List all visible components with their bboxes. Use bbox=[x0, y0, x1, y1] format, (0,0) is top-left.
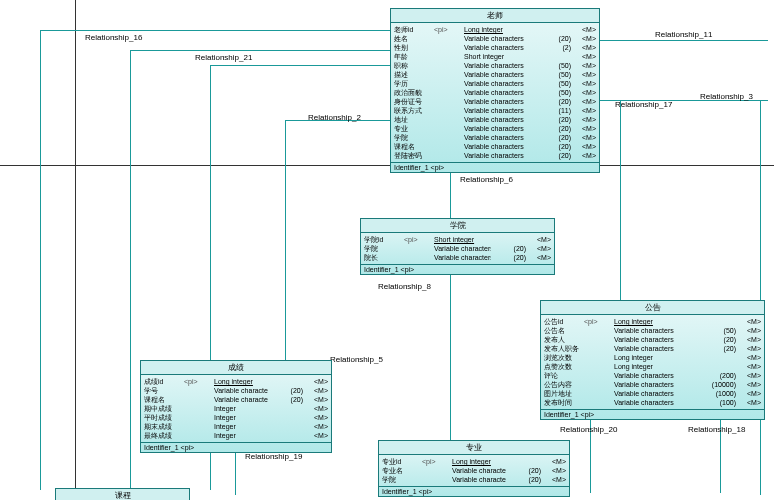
attribute-row: 浏览次数Long integer<M> bbox=[544, 353, 761, 362]
attribute-row: 描述Variable characters(50)<M> bbox=[394, 70, 596, 79]
grid-horizontal bbox=[0, 165, 774, 166]
attribute-row: 课程名Variable characters(20)<M> bbox=[144, 395, 328, 404]
entity-teacher: 老师 老师id<pi>Long integer<M>姓名Variable cha… bbox=[390, 8, 600, 173]
entity-footer: Identifier_1 <pi> bbox=[541, 409, 764, 419]
attribute-row: 公告内容Variable characters(10000)<M> bbox=[544, 380, 761, 389]
attribute-row: 期末成绩Integer<M> bbox=[144, 422, 328, 431]
entity-college: 学院 学院id<pi>Short integer<M>学院Variable ch… bbox=[360, 218, 555, 275]
attribute-row: 年龄Short integer<M> bbox=[394, 52, 596, 61]
attribute-row: 发布人Variable characters(20)<M> bbox=[544, 335, 761, 344]
entity-footer: Identifier_1 <pi> bbox=[379, 486, 569, 496]
attribute-row: 学号Variable characters(20)<M> bbox=[144, 386, 328, 395]
attribute-row: 点赞次数Long integer<M> bbox=[544, 362, 761, 371]
conn-line bbox=[130, 50, 390, 51]
attribute-row: 学院Variable characters(20)<M> bbox=[394, 133, 596, 142]
entity-title: 公告 bbox=[541, 301, 764, 315]
attribute-row: 老师id<pi>Long integer<M> bbox=[394, 25, 596, 34]
rel-label-5: Relationship_5 bbox=[330, 355, 383, 364]
entity-body-major: 专业id<pi>Long integer<M>专业名Variable chara… bbox=[379, 455, 569, 486]
entity-body-teacher: 老师id<pi>Long integer<M>姓名Variable charac… bbox=[391, 23, 599, 162]
attribute-row: 平时成绩Integer<M> bbox=[144, 413, 328, 422]
attribute-row: 姓名Variable characters(20)<M> bbox=[394, 34, 596, 43]
attribute-row: 职称Variable characters(50)<M> bbox=[394, 61, 596, 70]
entity-body-grade: 成绩id<pi>Long integer<M>学号Variable charac… bbox=[141, 375, 331, 442]
rel-label-11: Relationship_11 bbox=[655, 30, 712, 39]
attribute-row: 登陆密码Variable characters(20)<M> bbox=[394, 151, 596, 160]
attribute-row: 学院Variable characters(20)<M> bbox=[364, 244, 551, 253]
entity-title: 专业 bbox=[379, 441, 569, 455]
attribute-row: 学院id<pi>Short integer<M> bbox=[364, 235, 551, 244]
attribute-row: 图片地址Variable characters(1000)<M> bbox=[544, 389, 761, 398]
rel-label-16: Relationship_16 bbox=[85, 33, 142, 42]
rel-label-17: Relationship_17 bbox=[615, 100, 672, 109]
attribute-row: 最终成绩Integer<M> bbox=[144, 431, 328, 440]
entity-title: 课程 bbox=[56, 489, 189, 500]
conn-line bbox=[285, 120, 286, 360]
attribute-row: 成绩id<pi>Long integer<M> bbox=[144, 377, 328, 386]
conn-line bbox=[598, 40, 768, 41]
rel-label-2: Relationship_2 bbox=[308, 113, 361, 122]
rel-label-8: Relationship_8 bbox=[378, 282, 431, 291]
attribute-row: 专业名Variable characters(20)<M> bbox=[382, 466, 566, 475]
entity-body-notice: 公告id<pi>Long integer<M>公告名Variable chara… bbox=[541, 315, 764, 409]
entity-notice: 公告 公告id<pi>Long integer<M>公告名Variable ch… bbox=[540, 300, 765, 420]
rel-label-20: Relationship_20 bbox=[560, 425, 617, 434]
attribute-row: 公告名Variable characters(50)<M> bbox=[544, 326, 761, 335]
entity-body-college: 学院id<pi>Short integer<M>学院Variable chara… bbox=[361, 233, 554, 264]
attribute-row: 发布人职务Variable characters(20)<M> bbox=[544, 344, 761, 353]
conn-line bbox=[40, 30, 41, 490]
conn-line bbox=[450, 263, 451, 443]
attribute-row: 期中成绩Integer<M> bbox=[144, 404, 328, 413]
conn-line bbox=[130, 50, 131, 490]
entity-course: 课程 bbox=[55, 488, 190, 500]
entity-footer: Identifier_1 <pi> bbox=[361, 264, 554, 274]
attribute-row: 专业id<pi>Long integer<M> bbox=[382, 457, 566, 466]
entity-title: 老师 bbox=[391, 9, 599, 23]
rel-label-19: Relationship_19 bbox=[245, 452, 302, 461]
attribute-row: 发布时间Variable characters(100)<M> bbox=[544, 398, 761, 407]
attribute-row: 课程名Variable characters(20)<M> bbox=[394, 142, 596, 151]
rel-label-6: Relationship_6 bbox=[460, 175, 513, 184]
conn-line bbox=[210, 65, 390, 66]
conn-line bbox=[620, 100, 621, 300]
attribute-row: 联系方式Variable characters(11)<M> bbox=[394, 106, 596, 115]
entity-title: 成绩 bbox=[141, 361, 331, 375]
attribute-row: 学历Variable characters(50)<M> bbox=[394, 79, 596, 88]
rel-label-18: Relationship_18 bbox=[688, 425, 745, 434]
attribute-row: 公告id<pi>Long integer<M> bbox=[544, 317, 761, 326]
attribute-row: 政治面貌Variable characters(50)<M> bbox=[394, 88, 596, 97]
entity-footer: Identifier_1 <pi> bbox=[141, 442, 331, 452]
conn-line bbox=[760, 100, 761, 495]
entity-title: 学院 bbox=[361, 219, 554, 233]
attribute-row: 性别Variable characters(2)<M> bbox=[394, 43, 596, 52]
entity-footer: Identifier_1 <pi> bbox=[391, 162, 599, 172]
rel-label-21: Relationship_21 bbox=[195, 53, 252, 62]
conn-line bbox=[40, 30, 390, 31]
attribute-row: 评论Variable characters(200)<M> bbox=[544, 371, 761, 380]
attribute-row: 地址Variable characters(20)<M> bbox=[394, 115, 596, 124]
attribute-row: 专业Variable characters(20)<M> bbox=[394, 124, 596, 133]
attribute-row: 院长Variable characters(20)<M> bbox=[364, 253, 551, 262]
rel-label-3: Relationship_3 bbox=[700, 92, 753, 101]
grid-vertical bbox=[75, 0, 76, 500]
entity-major: 专业 专业id<pi>Long integer<M>专业名Variable ch… bbox=[378, 440, 570, 497]
attribute-row: 学院Variable characters(20)<M> bbox=[382, 475, 566, 484]
attribute-row: 身份证号Variable characters(20)<M> bbox=[394, 97, 596, 106]
entity-grade: 成绩 成绩id<pi>Long integer<M>学号Variable cha… bbox=[140, 360, 332, 453]
